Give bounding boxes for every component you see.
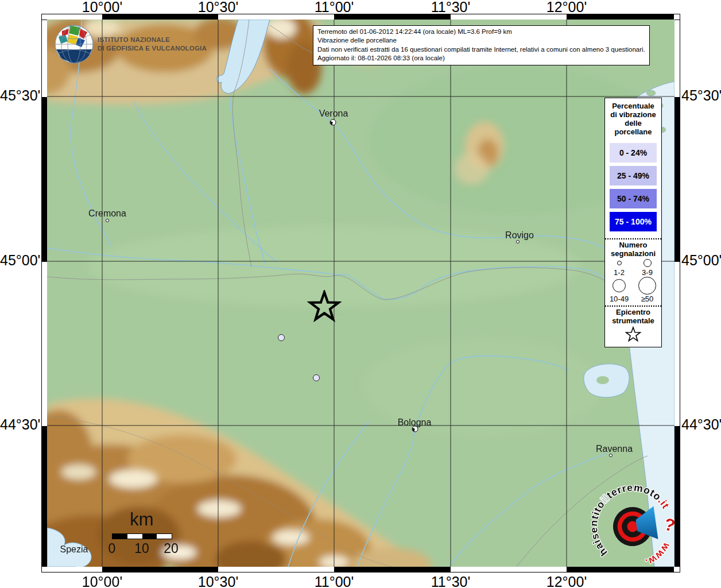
question-mark-icon: ? (662, 514, 675, 535)
legend-title-line: delle (605, 119, 661, 127)
axis-label-bottom: 10°00' (82, 574, 122, 588)
scalebar-tick-label: 20 (164, 541, 179, 556)
signal-size-label: ≥50 (633, 295, 661, 303)
info-line-4: Aggiornato il: 08-01-2026 08:33 (ora loc… (317, 54, 645, 63)
axis-label-bottom: 11°30' (431, 574, 471, 588)
city-marker-ravenna (609, 454, 613, 457)
axis-label-right: 44°30' (681, 416, 721, 433)
info-box: Terremoto del 01-06-2012 14:22:44 (ora l… (313, 25, 650, 65)
city-label-verona: Verona (319, 109, 348, 119)
signal-circle-cell (633, 277, 661, 295)
axis-label-right: 45°30' (681, 87, 721, 104)
axis-label-left: 44°30' (0, 416, 39, 433)
frame-band-bottom (42, 566, 680, 572)
ingv-globe-icon (54, 24, 94, 64)
axis-label-top: 10°30' (198, 0, 238, 16)
info-line-1: Terremoto del 01-06-2012 14:22:44 (ora l… (317, 28, 645, 36)
city-label-ravenna: Ravenna (596, 444, 633, 454)
axis-label-bottom: 10°30' (198, 574, 238, 588)
legend-title-line: di vibrazione (605, 110, 661, 119)
epicenter-title-line: Epicentro (605, 308, 661, 316)
apennines-terrain (47, 399, 432, 567)
legend-class-swatch: 0 - 24% (610, 143, 657, 163)
signal-size-label: 3-9 (633, 268, 661, 277)
report-circle (313, 374, 320, 381)
signal-circle-row (605, 258, 661, 268)
signal-size-circle (638, 277, 656, 295)
city-marker-cremona (106, 219, 109, 222)
signal-size-grid: 1-23-910-49≥50 (605, 258, 661, 303)
scalebar-tick-label: 10 (134, 541, 149, 556)
axis-label-top: 12°00' (546, 0, 587, 16)
axis-label-left: 45°30' (0, 87, 39, 104)
city-label-spezia: Spezia (60, 544, 88, 555)
axis-label-top: 10°00' (82, 0, 122, 16)
scalebar (112, 533, 172, 539)
legend: Percentuale di vibrazione delle porcella… (604, 98, 662, 347)
city-label-rovigo: Rovigo (505, 230, 534, 241)
info-line-2: Vibrazione delle porcellane (317, 36, 645, 45)
signal-size-label: 1-2 (605, 268, 633, 277)
legend-class-list: 0 - 24%25 - 49%50 - 74%75 - 100% (605, 136, 661, 236)
signals-title-line: Numero (605, 241, 661, 249)
legend-epicenter-star-icon (625, 326, 642, 343)
signal-circle-cell (605, 258, 633, 268)
axis-label-left: 45°00' (0, 252, 39, 269)
legend-class-swatch: 50 - 74% (610, 189, 657, 208)
signal-circle-cell (605, 279, 633, 292)
signal-size-circle (644, 259, 652, 267)
axis-label-top: 11°30' (431, 0, 471, 16)
legend-title: Percentuale di vibrazione delle porcella… (605, 98, 661, 136)
site-logo: ? haisentitoilterremoto.it www. (581, 475, 675, 567)
epicenter-star-icon (307, 290, 342, 324)
signal-size-circle (613, 279, 626, 292)
epicenter-star (307, 290, 342, 324)
axis-label-right: 45°00' (681, 252, 721, 269)
epicenter-title-line: strumentale (605, 316, 661, 325)
map-canvas: Terremoto del 01-06-2012 14:22:44 (ora l… (47, 20, 675, 567)
plain-tints (87, 65, 667, 436)
signal-size-circle (617, 261, 622, 265)
legend-divider (605, 305, 661, 307)
scalebar-tick-label: 0 (108, 541, 116, 556)
info-line-3: Dati non verificati estratti da 16 quest… (317, 45, 645, 54)
city-marker-rovigo (516, 240, 520, 243)
ingv-text-line2: DI GEOFISICA E VULCANOLOGIA (98, 44, 207, 53)
scalebar-title: km (130, 509, 153, 530)
ingv-logo: ISTITUTO NAZIONALE DI GEOFISICA E VULCAN… (54, 24, 207, 64)
ingv-felt-report-map: { "info_box": { "lines": [ "Terremoto de… (0, 0, 721, 588)
signals-title-line: segnalazioni (605, 249, 661, 258)
signal-circle-row (605, 277, 661, 295)
ingv-logo-text: ISTITUTO NAZIONALE DI GEOFISICA E VULCAN… (98, 36, 207, 53)
signal-label-row: 1-23-9 (605, 268, 661, 277)
signal-size-label: 10-49 (605, 295, 633, 303)
city-marker-bologna (412, 426, 418, 432)
legend-class-swatch: 75 - 100% (610, 212, 657, 231)
city-marker-verona (330, 119, 336, 126)
legend-title-line: Percentuale (605, 102, 661, 110)
legend-class-swatch: 25 - 49% (610, 166, 657, 185)
signal-label-row: 10-49≥50 (605, 295, 661, 303)
legend-title-line: porcellane (605, 127, 661, 136)
legend-divider (605, 238, 661, 239)
axis-label-bottom: 12°00' (546, 574, 587, 588)
city-label-cremona: Cremona (88, 208, 126, 219)
signal-circle-cell (633, 258, 661, 268)
ingv-text-line1: ISTITUTO NAZIONALE (98, 36, 207, 44)
axis-label-bottom: 11°00' (315, 574, 354, 588)
report-circle (278, 334, 285, 341)
frame-band-right (674, 20, 680, 566)
axis-label-top: 11°00' (315, 0, 354, 16)
comacchio-lagoon (584, 364, 629, 397)
